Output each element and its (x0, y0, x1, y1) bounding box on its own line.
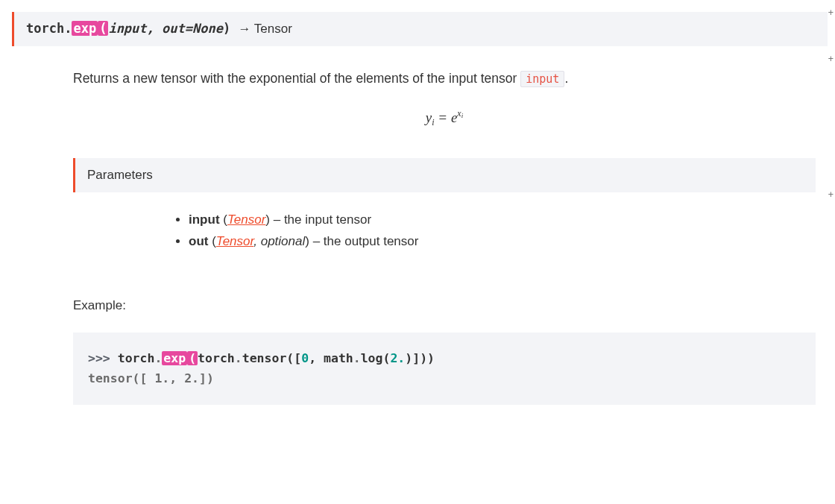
signature-return: → Tensor (238, 22, 292, 36)
code-number: 0 (301, 351, 309, 365)
code-token: ([ (286, 351, 301, 365)
signature-module: torch. (26, 21, 72, 36)
signature-close-paren: ) (223, 21, 238, 36)
annotate-plus-icon[interactable]: + (828, 52, 834, 66)
param-optional: , optional (253, 234, 305, 248)
signature-open-paren: ( (98, 21, 108, 36)
repl-prompt: >>> (88, 351, 118, 365)
example-label: Example: (73, 296, 816, 315)
code-token: )])) (405, 351, 435, 365)
code-token: log (361, 351, 383, 365)
param-name: input (189, 212, 220, 227)
formula-y: y (426, 110, 432, 125)
annotate-plus-icon[interactable]: + (828, 188, 834, 201)
code-token: . (154, 351, 162, 365)
signature-function-name: exp (72, 21, 98, 36)
description-text: Returns a new tensor with the exponentia… (73, 71, 520, 86)
math-formula: yi = exi (73, 107, 816, 129)
parameter-item: out (Tensor, optional) – the output tens… (189, 232, 816, 251)
formula-superscript-x: x (457, 108, 461, 119)
code-token: . (353, 351, 361, 365)
param-desc: – the input tensor (270, 212, 371, 227)
code-token: ( (383, 351, 391, 365)
code-token: . (235, 351, 242, 365)
formula-subscript: i (432, 117, 434, 127)
code-token: , math (309, 351, 353, 365)
function-signature: torch.exp(input, out=None) → Tensor (12, 12, 828, 46)
parameters-list: input (Tensor) – the input tensor out (T… (73, 210, 816, 251)
signature-args: input, out=None (108, 21, 223, 36)
code-output: tensor([ 1., 2.]) (88, 369, 801, 388)
code-example: >>> torch.exp(torch.tensor([0, math.log(… (73, 333, 816, 405)
parameter-item: input (Tensor) – the input tensor (189, 210, 816, 230)
code-token: torch (118, 351, 155, 365)
param-desc: – the output tensor (309, 234, 419, 248)
param-type-link[interactable]: Tensor (216, 234, 253, 248)
formula-eq: = e (435, 110, 458, 125)
code-token: torch (198, 351, 235, 365)
description-text: . (564, 71, 568, 86)
param-type-link[interactable]: Tensor (227, 212, 265, 227)
code-number: 2. (390, 351, 405, 365)
code-highlight: ( (187, 351, 198, 365)
param-name: out (189, 234, 208, 248)
inline-code: input (520, 71, 564, 87)
function-description: Returns a new tensor with the exponentia… (73, 69, 816, 88)
annotate-plus-icon[interactable]: + (828, 6, 834, 19)
code-highlight: exp (162, 351, 187, 365)
code-line: >>> torch.exp(torch.tensor([0, math.log(… (88, 349, 801, 368)
formula-superscript-i: i (461, 112, 464, 119)
parameters-heading: Parameters (73, 158, 816, 192)
code-token: tensor (242, 351, 287, 365)
